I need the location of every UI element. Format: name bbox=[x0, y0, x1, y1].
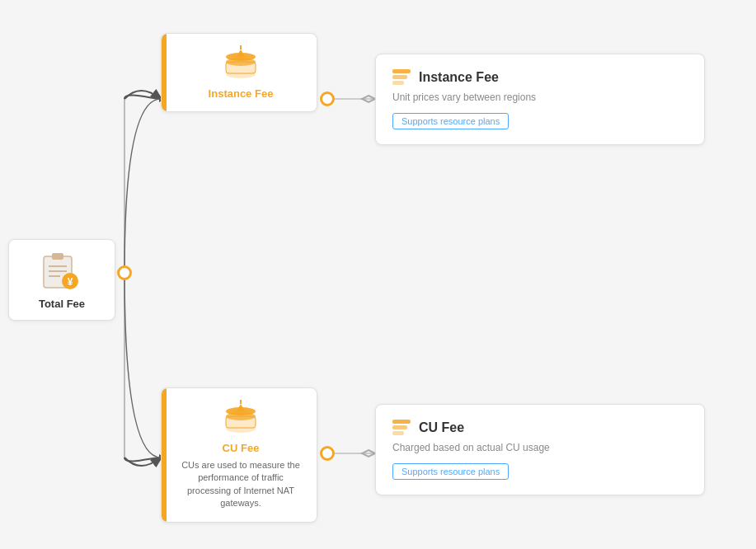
instance-detail-header: Instance Fee bbox=[392, 69, 688, 85]
instance-resource-plan-badge[interactable]: Supports resource plans bbox=[392, 113, 509, 129]
cu-resource-plan-badge[interactable]: Supports resource plans bbox=[392, 463, 509, 480]
cu-stack-layer-1 bbox=[392, 420, 411, 424]
total-fee-label: Total Fee bbox=[39, 298, 85, 310]
cu-card-bar bbox=[162, 388, 167, 522]
cu-stack-icon bbox=[392, 420, 411, 435]
instance-detail-box: Instance Fee Unit prices vary between re… bbox=[375, 54, 705, 145]
stack-layer-3 bbox=[392, 81, 404, 85]
svg-marker-7 bbox=[362, 450, 375, 457]
cu-detail-header: CU Fee bbox=[392, 420, 688, 435]
instance-connector-circle bbox=[320, 92, 335, 106]
instance-detail-title: Instance Fee bbox=[419, 70, 499, 85]
cu-card-desc: CUs are used to measure the performance … bbox=[176, 459, 305, 510]
cu-detail-title: CU Fee bbox=[419, 420, 464, 435]
instance-stack-icon bbox=[392, 69, 411, 85]
svg-rect-9 bbox=[52, 253, 63, 260]
instance-fee-card: Instance Fee bbox=[161, 33, 317, 112]
instance-card-title: Instance Fee bbox=[209, 87, 274, 100]
instance-card-content: Instance Fee bbox=[162, 34, 317, 111]
cu-card-content: CU Fee CUs are used to measure the perfo… bbox=[162, 388, 317, 522]
cu-detail-box: CU Fee Charged based on actual CU usage … bbox=[375, 404, 705, 495]
cu-stack-layer-2 bbox=[392, 425, 407, 429]
stack-layer-1 bbox=[392, 69, 411, 73]
diagram-container: ¥ Total Fee Instance Fee bbox=[0, 0, 756, 549]
stack-layer-2 bbox=[392, 75, 407, 79]
cu-fee-card: CU Fee CUs are used to measure the perfo… bbox=[161, 387, 317, 523]
total-fee-icon: ¥ bbox=[37, 250, 87, 291]
instance-card-bar bbox=[162, 34, 167, 111]
cu-card-title: CU Fee bbox=[223, 442, 260, 454]
svg-marker-5 bbox=[362, 96, 375, 102]
instance-detail-subtitle: Unit prices vary between regions bbox=[392, 92, 688, 103]
cu-stack-layer-3 bbox=[392, 431, 404, 435]
instance-card-icon bbox=[220, 45, 261, 82]
total-fee-node: ¥ Total Fee bbox=[8, 239, 115, 321]
main-connector-circle bbox=[117, 265, 132, 280]
cu-connector-circle bbox=[320, 446, 335, 461]
cu-card-icon bbox=[220, 400, 261, 437]
svg-text:¥: ¥ bbox=[68, 276, 73, 288]
cu-detail-subtitle: Charged based on actual CU usage bbox=[392, 442, 688, 453]
